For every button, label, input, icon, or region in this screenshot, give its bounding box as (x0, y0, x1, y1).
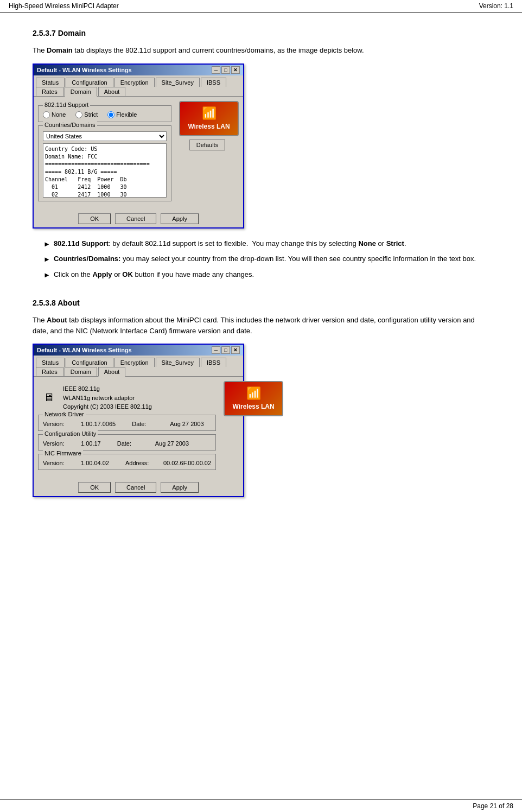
ok-button-domain[interactable]: OK (78, 213, 111, 224)
tab-rates[interactable]: Rates (36, 87, 63, 96)
radio-strict-input[interactable] (75, 111, 82, 118)
wireless-lan-label: Wireless LAN (188, 123, 230, 131)
about-texts: IEEE 802.11g WLAN11g network adaptor Cop… (63, 384, 152, 411)
radio-strict[interactable]: Strict (75, 111, 98, 118)
bullet-text-2: Countries/Domains: you may select your c… (54, 253, 476, 264)
about-bold: About (47, 316, 67, 324)
about-maximize-button[interactable]: □ (221, 346, 230, 354)
about-tab-about[interactable]: About (98, 367, 126, 377)
page-number: Page 21 of 28 (473, 802, 513, 810)
about-header: 🖥 IEEE 802.11g WLAN11g network adaptor C… (38, 381, 216, 415)
bullet-bold-1: 802.11d Support (54, 239, 109, 248)
nic-firmware-group: NIC Firmware Version: 1.00.04.02 Address… (38, 454, 216, 470)
cu-version-value: 1.00.17 (81, 440, 101, 447)
bullet-bold-2: Countries/Domains: (54, 255, 121, 263)
support-group-title: 802.11d Support (43, 101, 90, 108)
radio-none[interactable]: None (43, 111, 66, 118)
domain-dialog-body: 802.11d Support None Strict Flexible (34, 97, 243, 209)
nd-group-title: Network Driver (43, 411, 86, 417)
bullet-bold-none: None (358, 239, 376, 248)
bullet-bold-apply: Apply (92, 270, 112, 278)
minimize-button[interactable]: ─ (212, 66, 220, 74)
about-dialog-title: Default - WLAN Wireless Settings (37, 347, 132, 353)
cu-date-label: Date: (117, 440, 150, 447)
nic-version-value: 1.00.04.02 (81, 460, 109, 466)
about-tab-configuration[interactable]: Configuration (66, 358, 113, 367)
right-panel: 📶 Wireless LAN Defaults (176, 101, 239, 150)
close-button[interactable]: ✕ (231, 66, 240, 74)
countries-dropdown[interactable]: United States (43, 131, 167, 141)
about-dialog-titlebar: Default - WLAN Wireless Settings ─ □ ✕ (34, 345, 243, 356)
nic-group-title: NIC Firmware (43, 450, 83, 456)
about-tab-rates[interactable]: Rates (36, 367, 63, 376)
countries-group-title: Countries/Domains (43, 122, 97, 128)
nic-row: Version: 1.00.04.02 Address: 00.02.6F.00… (43, 460, 211, 466)
tab-domain[interactable]: Domain (65, 87, 97, 97)
about-close-button[interactable]: ✕ (231, 346, 240, 354)
page-header: High-Speed Wireless MiniPCI Adapter Vers… (0, 0, 522, 12)
cu-group-title: Configuration Utility (43, 430, 98, 437)
page-footer: Page 21 of 28 (0, 800, 522, 812)
nic-address-value: 00.02.6F.00.00.02 (163, 460, 211, 466)
dialog-left-panel: 802.11d Support None Strict Flexible (38, 101, 171, 205)
bullet-arrow-1: ► (43, 239, 50, 250)
about-line2: WLAN11g network adaptor (63, 394, 152, 403)
section-about-title: 2.5.3.8 About (33, 299, 489, 307)
about-tabs-row2: Rates Domain About (34, 367, 243, 377)
about-right-panel: 📶 Wireless LAN (220, 381, 283, 416)
bullet-text-3: Click on the Apply or OK button if you h… (54, 269, 254, 280)
maximize-button[interactable]: □ (221, 66, 230, 74)
tab-site-survey[interactable]: Site_Survey (156, 78, 200, 87)
defaults-button[interactable]: Defaults (189, 139, 225, 150)
about-tab-domain[interactable]: Domain (65, 367, 97, 376)
cancel-button-domain[interactable]: Cancel (115, 213, 156, 224)
nd-version-value: 1.00.17.0065 (81, 421, 116, 427)
tab-configuration[interactable]: Configuration (66, 78, 113, 87)
about-tab-status[interactable]: Status (36, 358, 65, 367)
about-dialog: Default - WLAN Wireless Settings ─ □ ✕ S… (33, 344, 244, 497)
header-left: High-Speed Wireless MiniPCI Adapter (9, 2, 119, 10)
config-utility-group: Configuration Utility Version: 1.00.17 D… (38, 434, 216, 451)
cancel-button-about[interactable]: Cancel (115, 482, 156, 493)
ok-button-about[interactable]: OK (78, 482, 111, 493)
main-content: 2.5.3.7 Domain The Domain tab displays t… (0, 12, 522, 518)
about-dialog-buttons: OK Cancel Apply (34, 478, 243, 496)
nd-date-label: Date: (132, 421, 164, 427)
about-tab-ibss[interactable]: IBSS (201, 358, 226, 367)
header-right: Version: 1.1 (479, 2, 513, 10)
bullet-item-3: ► Click on the Apply or OK button if you… (43, 269, 489, 281)
domain-dialog-buttons: OK Cancel Apply (34, 209, 243, 227)
apply-button-domain[interactable]: Apply (161, 213, 199, 224)
section-domain-intro: The Domain tab displays the 802.11d supp… (33, 45, 489, 56)
radio-flexible[interactable]: Flexible (107, 111, 137, 118)
tabs-row2: Rates Domain About (34, 87, 243, 97)
radio-group-support: None Strict Flexible (43, 111, 167, 118)
tab-status[interactable]: Status (36, 78, 65, 87)
tab-encryption[interactable]: Encryption (114, 78, 155, 87)
apply-button-about[interactable]: Apply (161, 482, 199, 493)
cu-row: Version: 1.00.17 Date: Aug 27 2003 (43, 440, 211, 447)
about-tab-site-survey[interactable]: Site_Survey (156, 358, 200, 367)
page-wrapper: High-Speed Wireless MiniPCI Adapter Vers… (0, 0, 522, 812)
domain-dialog: Default - WLAN Wireless Settings ─ □ ✕ S… (33, 64, 244, 229)
tab-about[interactable]: About (98, 87, 126, 96)
tab-ibss[interactable]: IBSS (201, 78, 226, 87)
cu-date-value: Aug 27 2003 (155, 440, 189, 447)
section-domain-title: 2.5.3.7 Domain (33, 29, 489, 37)
nd-row: Version: 1.00.17.0065 Date: Aug 27 2003 (43, 421, 211, 427)
domain-bold: Domain (47, 46, 73, 54)
about-device-icon: 🖥 (40, 389, 58, 407)
about-line3: Copyright (C) 2003 IEEE 802.11g (63, 402, 152, 411)
about-tab-encryption[interactable]: Encryption (114, 358, 155, 367)
radio-flexible-input[interactable] (107, 111, 114, 118)
about-minimize-button[interactable]: ─ (212, 346, 220, 354)
wireless-icon: 📶 (202, 106, 217, 122)
bullet-arrow-3: ► (43, 270, 50, 281)
about-titlebar-buttons: ─ □ ✕ (212, 346, 240, 354)
radio-none-input[interactable] (43, 111, 50, 118)
dialog-main-row: 802.11d Support None Strict Flexible (38, 101, 239, 205)
domain-bullet-list: ► 802.11d Support: by default 802.11d su… (43, 238, 489, 281)
bullet-bold-ok: OK (122, 270, 133, 278)
support-group: 802.11d Support None Strict Flexible (38, 105, 171, 122)
nic-address-label: Address: (125, 460, 158, 466)
